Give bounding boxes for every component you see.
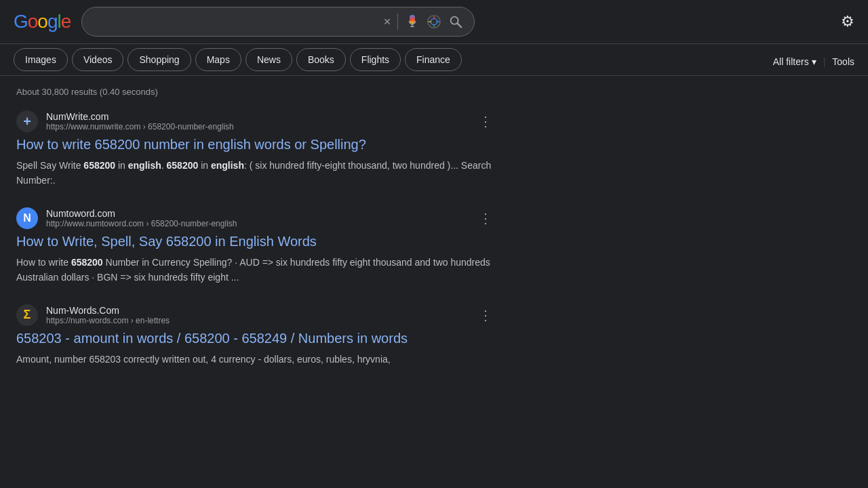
nav-right: All filters ▾ | Tools: [773, 56, 854, 67]
result-header: + NumWrite.com https://www.numwrite.com …: [16, 110, 492, 132]
search-divider: [397, 14, 398, 30]
favicon: Σ: [16, 304, 38, 326]
result-header: N Numtoword.com http://www.numtoword.com…: [16, 207, 492, 229]
tab-books[interactable]: Books: [296, 48, 346, 71]
result-title[interactable]: 658203 - amount in words / 658200 - 6582…: [16, 329, 492, 348]
result-header: Σ Num-Words.Com https://num-words.com › …: [16, 304, 492, 326]
tab-videos[interactable]: Videos: [72, 48, 124, 71]
svg-point-5: [431, 18, 437, 24]
google-logo: Google: [14, 11, 71, 33]
result-title[interactable]: How to write 658200 number in english wo…: [16, 135, 492, 154]
result-snippet: Spell Say Write 658200 in english. 65820…: [16, 158, 492, 188]
all-filters-button[interactable]: All filters ▾: [773, 56, 816, 67]
chevron-down-icon: ▾: [812, 56, 816, 67]
tools-button[interactable]: Tools: [832, 56, 854, 67]
separator: |: [823, 56, 826, 67]
result-site-info: Numtoword.com http://www.numtoword.com ›…: [46, 208, 237, 228]
search-input[interactable]: 658200 English: [93, 16, 376, 28]
nav-tabs: Images Videos Shopping Maps News Books F…: [0, 44, 868, 76]
result-title[interactable]: How to Write, Spell, Say 658200 in Engli…: [16, 232, 492, 251]
result-item: N Numtoword.com http://www.numtoword.com…: [16, 207, 492, 285]
tab-maps[interactable]: Maps: [195, 48, 241, 71]
result-site-info: Num-Words.Com https://num-words.com › en…: [46, 305, 170, 325]
lens-icon[interactable]: [427, 14, 441, 29]
header-right: ⚙: [841, 13, 854, 30]
result-site-info: NumWrite.com https://www.numwrite.com › …: [46, 111, 234, 131]
result-item: Σ Num-Words.Com https://num-words.com › …: [16, 304, 492, 367]
result-snippet: How to write 658200 Number in Currency S…: [16, 255, 492, 285]
microphone-icon[interactable]: [405, 14, 420, 29]
settings-icon[interactable]: ⚙: [841, 13, 854, 30]
results-count: About 30,800 results (0.40 seconds): [16, 87, 492, 97]
search-bar[interactable]: 658200 English ×: [81, 7, 475, 37]
result-snippet: Amount, number 658203 correctly written …: [16, 352, 492, 367]
clear-icon[interactable]: ×: [384, 16, 391, 28]
tab-news[interactable]: News: [245, 48, 292, 71]
favicon: +: [16, 110, 38, 132]
site-url: http://www.numtoword.com › 658200-number…: [46, 219, 237, 228]
site-url: https://www.numwrite.com › 658200-number…: [46, 122, 234, 131]
results-area: About 30,800 results (0.40 seconds) + Nu…: [0, 76, 509, 396]
tab-images[interactable]: Images: [14, 48, 68, 71]
site-name: Numtoword.com: [46, 208, 237, 219]
tab-finance[interactable]: Finance: [405, 48, 462, 71]
more-options-icon[interactable]: ⋮: [479, 115, 492, 128]
header: Google 658200 English ×: [0, 0, 868, 44]
favicon: N: [16, 207, 38, 229]
tab-flights[interactable]: Flights: [350, 48, 401, 71]
search-submit-icon[interactable]: [448, 14, 463, 29]
site-name: NumWrite.com: [46, 111, 234, 122]
tab-shopping[interactable]: Shopping: [127, 48, 191, 71]
site-url: https://num-words.com › en-lettres: [46, 316, 170, 325]
result-item: + NumWrite.com https://www.numwrite.com …: [16, 110, 492, 188]
svg-line-7: [458, 24, 462, 28]
more-options-icon[interactable]: ⋮: [479, 211, 492, 225]
more-options-icon[interactable]: ⋮: [479, 308, 492, 322]
site-name: Num-Words.Com: [46, 305, 170, 316]
